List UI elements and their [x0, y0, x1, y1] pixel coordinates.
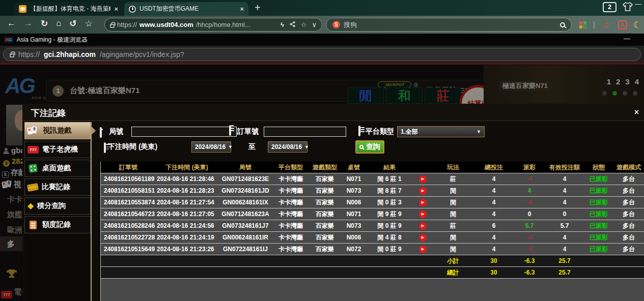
cell-order: 240816210558151: [101, 185, 156, 196]
new-tab-button[interactable]: +: [255, 2, 261, 14]
column-header: 桌號: [341, 162, 367, 173]
sidebar-item-table-games[interactable]: 桌面遊戲: [24, 160, 91, 177]
cell-round: GN0712481623E: [218, 173, 273, 185]
round-filter-input[interactable]: [131, 127, 237, 137]
cell-order: 240816210553874: [101, 197, 156, 208]
cell-status: 已派彩: [584, 208, 613, 220]
cell-play: 閒: [433, 208, 473, 220]
cell-play: 莊: [433, 173, 473, 185]
cell-table: N073: [341, 220, 367, 231]
replay-button[interactable]: ▶: [412, 220, 433, 231]
cell-round: GN073248161J7: [218, 220, 273, 231]
apps-grid-icon[interactable]: [579, 21, 586, 28]
clipboard-icon: [229, 125, 231, 136]
replay-button[interactable]: ▶: [412, 173, 433, 185]
cell-result: 閒 4 莊 8: [367, 232, 412, 243]
column-header: 狀態: [584, 162, 613, 173]
cell-valid: 4: [545, 197, 584, 208]
sidebar-label: 桌面遊戲: [42, 164, 71, 173]
replay-button[interactable]: ▶: [412, 244, 433, 255]
modal-close-icon[interactable]: ×: [634, 108, 639, 117]
replay-button[interactable]: ▶: [412, 208, 433, 220]
cell-game: 百家樂: [309, 220, 341, 231]
modal-title: 下注記錄: [31, 107, 66, 119]
screen: 【新提醒】体育电竞 - 海燕策略 × USDT加密货币GAME × + 2 — …: [0, 0, 644, 301]
cell-payout: 0: [514, 208, 545, 220]
forward-icon[interactable]: →: [24, 18, 33, 29]
replay-button[interactable]: ▶: [412, 197, 433, 208]
cell-mode: 多台: [613, 197, 644, 208]
cell-round: GN006248161IR: [218, 232, 273, 243]
sidebar-item-video-games[interactable]: 視訊遊戲: [24, 122, 91, 139]
tab-count-badge[interactable]: 2: [603, 2, 617, 12]
back-icon[interactable]: ←: [7, 18, 16, 29]
replay-button[interactable]: ▶: [412, 232, 433, 243]
cell-order: 240816210546723: [101, 208, 156, 220]
ag-favicon: AG: [4, 37, 13, 43]
browser-tab-1[interactable]: 【新提醒】体育电竞 - 海燕策略 ×: [14, 2, 123, 16]
browser-minimize-button[interactable]: —: [635, 0, 641, 8]
tab2-close-icon[interactable]: ×: [240, 5, 244, 13]
caret-down-icon: ▼: [477, 129, 481, 134]
app-url-scheme: https://: [18, 50, 40, 58]
ticket-icon: [27, 183, 39, 191]
music-icon[interactable]: ♫: [603, 20, 609, 30]
home-icon[interactable]: ⌂: [56, 18, 61, 29]
cell-game: 百家樂: [309, 208, 341, 220]
replay-button[interactable]: ▶: [412, 185, 433, 196]
night-mode-icon[interactable]: ☾: [633, 19, 641, 31]
share-icon[interactable]: [289, 21, 296, 29]
url-bar[interactable]: https://www.usdt04.com/hhcp/home.html...…: [104, 18, 322, 32]
app-url-field[interactable]: https://gci.2hhapi.com/agingame/pcv1/ind…: [3, 48, 641, 61]
play-icon: ▶: [419, 210, 427, 218]
favorite-star-icon[interactable]: ☆: [85, 18, 93, 29]
date-from-select[interactable]: 2024/08/16 ▼: [191, 141, 231, 153]
cell-status: 已派彩: [584, 220, 613, 231]
lightning-icon[interactable]: ϟ: [281, 21, 284, 28]
date-to-value: 2024/08/16: [271, 143, 302, 150]
sidebar-item-quota-records[interactable]: 額度記錄: [24, 216, 91, 233]
cell-play: 閒: [433, 232, 473, 243]
cell-table: N071: [341, 208, 367, 220]
cell-status: 已派彩: [584, 185, 613, 196]
search-bar[interactable]: S 搜狗: [326, 18, 572, 32]
sidebar-item-match-records[interactable]: 比賽記錄: [24, 178, 91, 196]
sidebar-item-points-inquiry[interactable]: ◆ 積分查詢: [24, 197, 91, 215]
chevron-down-icon[interactable]: ∨: [312, 21, 317, 28]
cell-status: 已派彩: [584, 244, 613, 255]
cell-game: 百家樂: [309, 173, 341, 185]
cell-result: 閒 0 莊 3: [367, 197, 412, 208]
bookmark-star-icon[interactable]: ☆: [301, 21, 307, 28]
history-icon[interactable]: ↺: [70, 18, 77, 29]
subtotal-spacer: [101, 255, 433, 266]
cell-platform: 卡卡灣廳: [273, 208, 309, 220]
total-payout: -6.3: [514, 267, 545, 278]
query-button[interactable]: 查詢: [355, 140, 384, 154]
cell-order: 240816210561189: [101, 173, 156, 185]
app-minimize-button[interactable]: —: [624, 35, 630, 42]
sidebar-item-slots[interactable]: 777 電子老虎機: [24, 141, 91, 158]
cell-time: 2024-08-16 21:24:19: [156, 232, 218, 243]
cell-time: 2024-08-16 21:24:56: [156, 220, 218, 231]
play-icon: ▶: [419, 175, 427, 183]
search-icon[interactable]: [560, 22, 565, 27]
table-row: 2408162105581512024-08-16 21:28:23GN0732…: [101, 185, 644, 197]
search-engine-label: 搜狗: [344, 20, 357, 29]
platform-select[interactable]: 1.全部 ▼: [397, 126, 485, 137]
date-to-select[interactable]: 2024/08/16 ▼: [268, 141, 307, 153]
browser-tab-2-active[interactable]: USDT加密货币GAME ×: [124, 2, 248, 16]
reload-icon[interactable]: ↻: [41, 18, 48, 29]
cell-bet: 6: [473, 220, 514, 231]
column-header: 遊戲類型: [309, 162, 341, 173]
to-label: 至: [248, 142, 256, 152]
theme-shirt-icon[interactable]: [622, 2, 634, 14]
order-filter-input[interactable]: [264, 127, 346, 137]
cell-platform: 卡卡灣廳: [273, 185, 309, 196]
column-header: 局號: [218, 162, 273, 173]
cell-platform: 卡卡灣廳: [273, 244, 309, 255]
cell-bet: 4: [473, 185, 514, 196]
calendar-icon: [104, 142, 106, 153]
tab1-close-icon[interactable]: ×: [114, 5, 118, 13]
table-row: 2408162105156492024-08-16 21:23:26GN0722…: [101, 244, 644, 255]
pdf-reader-icon[interactable]: 人: [618, 20, 627, 29]
